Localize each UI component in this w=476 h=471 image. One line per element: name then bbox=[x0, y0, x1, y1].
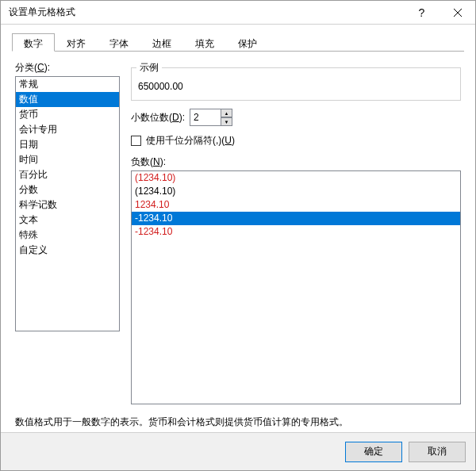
tab-4[interactable]: 填充 bbox=[183, 33, 226, 52]
decimal-places-input[interactable] bbox=[190, 109, 221, 126]
tab-5[interactable]: 保护 bbox=[226, 33, 269, 52]
titlebar: 设置单元格格式 ? bbox=[1, 1, 475, 25]
format-cells-dialog: 设置单元格格式 ? 数字对齐字体边框填充保护 分类(C): 常规数值货币会计专用… bbox=[0, 0, 476, 471]
dialog-footer: 确定 取消 bbox=[1, 432, 475, 470]
negative-format-item[interactable]: -1234.10 bbox=[132, 225, 460, 239]
category-item[interactable]: 常规 bbox=[16, 77, 119, 92]
format-description: 数值格式用于一般数字的表示。货币和会计格式则提供货币值计算的专用格式。 bbox=[15, 415, 461, 429]
tab-0[interactable]: 数字 bbox=[12, 33, 55, 52]
sample-legend: 示例 bbox=[136, 61, 162, 75]
category-item[interactable]: 自定义 bbox=[16, 243, 119, 258]
negative-numbers-listbox[interactable]: (1234.10)(1234.10)1234.10-1234.10-1234.1… bbox=[131, 170, 461, 404]
close-button[interactable] bbox=[440, 1, 475, 25]
category-item[interactable]: 会计专用 bbox=[16, 122, 119, 137]
tab-panel-number: 分类(C): 常规数值货币会计专用日期时间百分比分数科学记数文本特殊自定义 示例… bbox=[12, 52, 464, 432]
negative-format-item[interactable]: (1234.10) bbox=[132, 185, 460, 198]
tab-3[interactable]: 边框 bbox=[140, 33, 183, 52]
tab-2[interactable]: 字体 bbox=[98, 33, 140, 52]
cancel-button[interactable]: 取消 bbox=[409, 442, 466, 462]
category-item[interactable]: 特殊 bbox=[16, 228, 119, 243]
dialog-body: 数字对齐字体边框填充保护 分类(C): 常规数值货币会计专用日期时间百分比分数科… bbox=[1, 25, 475, 432]
decimal-places-label: 小数位数(D): bbox=[131, 111, 185, 124]
category-item[interactable]: 时间 bbox=[16, 152, 119, 167]
negative-numbers-label: 负数(N): bbox=[131, 155, 461, 169]
close-icon bbox=[454, 9, 462, 17]
category-listbox[interactable]: 常规数值货币会计专用日期时间百分比分数科学记数文本特殊自定义 bbox=[15, 76, 120, 331]
tab-1[interactable]: 对齐 bbox=[55, 33, 98, 52]
negative-format-item[interactable]: (1234.10) bbox=[132, 171, 460, 185]
category-item[interactable]: 百分比 bbox=[16, 167, 119, 182]
help-button[interactable]: ? bbox=[404, 1, 440, 25]
category-item[interactable]: 分数 bbox=[16, 182, 119, 197]
sample-group: 示例 650000.00 bbox=[131, 61, 461, 101]
category-item[interactable]: 科学记数 bbox=[16, 197, 119, 213]
category-item[interactable]: 数值 bbox=[16, 92, 119, 107]
thousands-separator-checkbox[interactable] bbox=[131, 136, 141, 146]
dialog-title: 设置单元格格式 bbox=[9, 6, 404, 19]
category-item[interactable]: 日期 bbox=[16, 137, 119, 152]
decimal-places-spinner[interactable]: ▲ ▼ bbox=[190, 109, 232, 126]
negative-format-item[interactable]: -1234.10 bbox=[132, 212, 460, 225]
sample-value: 650000.00 bbox=[132, 75, 460, 100]
spinner-down-icon[interactable]: ▼ bbox=[221, 117, 232, 126]
ok-button[interactable]: 确定 bbox=[345, 442, 402, 462]
thousands-separator-label: 使用千位分隔符(,)(U) bbox=[146, 134, 235, 147]
category-label: 分类(C): bbox=[15, 61, 120, 75]
spinner-up-icon[interactable]: ▲ bbox=[221, 109, 232, 117]
negative-format-item[interactable]: 1234.10 bbox=[132, 198, 460, 212]
category-item[interactable]: 文本 bbox=[16, 213, 119, 228]
tab-strip: 数字对齐字体边框填充保护 bbox=[12, 33, 464, 52]
category-item[interactable]: 货币 bbox=[16, 107, 119, 122]
